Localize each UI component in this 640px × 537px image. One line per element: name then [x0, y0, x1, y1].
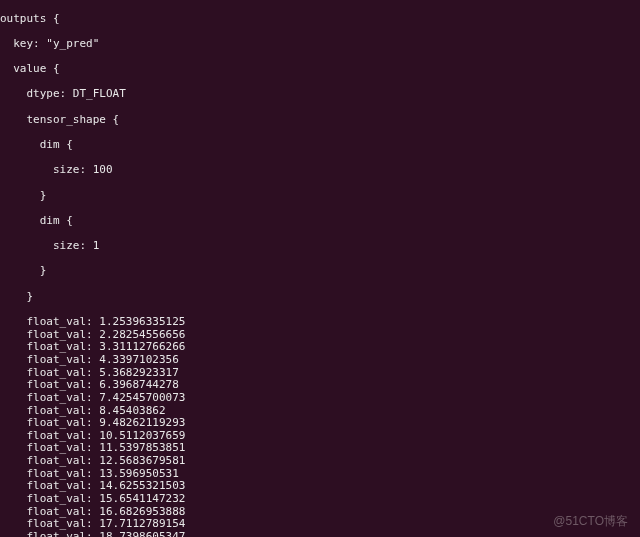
output-line: dim {	[0, 139, 640, 152]
float-val-line: float_val: 1.25396335125	[0, 316, 640, 329]
output-line: }	[0, 190, 640, 203]
float-val-line: float_val: 6.3968744278	[0, 379, 640, 392]
output-line: outputs {	[0, 13, 640, 26]
output-line: dim {	[0, 215, 640, 228]
output-line: size: 100	[0, 164, 640, 177]
output-line: key: "y_pred"	[0, 38, 640, 51]
output-line: size: 1	[0, 240, 640, 253]
output-line: }	[0, 291, 640, 304]
output-line: dtype: DT_FLOAT	[0, 88, 640, 101]
float-val-line: float_val: 12.5683679581	[0, 455, 640, 468]
output-line: value {	[0, 63, 640, 76]
float-val-line: float_val: 15.6541147232	[0, 493, 640, 506]
float-val-line: float_val: 17.7112789154	[0, 518, 640, 531]
float-val-line: float_val: 4.3397102356	[0, 354, 640, 367]
output-line: tensor_shape {	[0, 114, 640, 127]
terminal-output: outputs { key: "y_pred" value { dtype: D…	[0, 0, 640, 537]
float-val-line: float_val: 9.48262119293	[0, 417, 640, 430]
watermark-text: @51CTO博客	[553, 515, 628, 529]
float-val-line: float_val: 7.42545700073	[0, 392, 640, 405]
float-val-line: float_val: 18.7398605347	[0, 531, 640, 537]
output-line: }	[0, 265, 640, 278]
